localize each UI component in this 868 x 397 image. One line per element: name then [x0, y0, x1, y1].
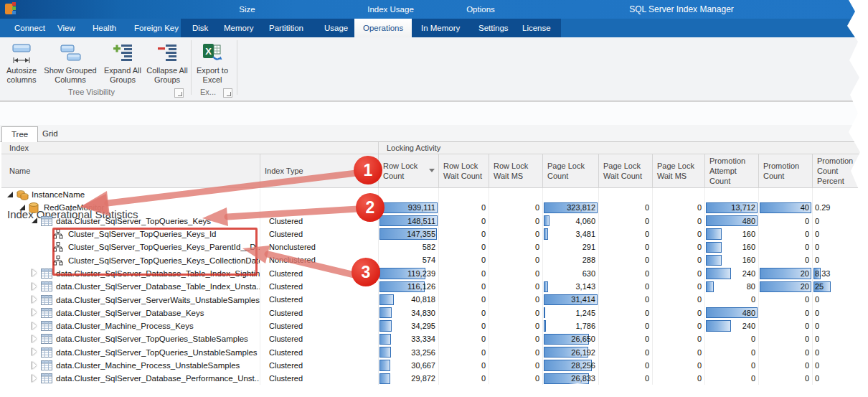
column-header-promotion-count-percent[interactable]: Promotion Count Percent — [813, 154, 868, 188]
caret-spacer — [42, 230, 52, 239]
column-header-page-lock-count[interactable]: Page Lock Count — [543, 154, 599, 188]
value-cell: 0 — [653, 240, 705, 253]
tab-settings[interactable]: Settings — [470, 19, 517, 37]
value-cell: 0 — [653, 372, 705, 385]
export-dialog-launcher-icon[interactable] — [223, 88, 232, 98]
tree-row[interactable]: Cluster_SqlServer_TopQueries_Keys_Parent… — [1, 240, 868, 253]
row-name-cell: data.Cluster_SqlServer_Database_Performa… — [1, 372, 260, 385]
tree-row[interactable]: InstanceName — [1, 188, 868, 201]
node-label: data.Cluster_SqlServer_Database_Performa… — [56, 374, 260, 383]
column-header-row-lock-count[interactable]: Row Lock Count — [379, 154, 439, 188]
tab-operations[interactable]: Operations — [354, 19, 412, 37]
index-statistics-grid: Index Locking Activity NameIndex TypeRow… — [1, 142, 868, 397]
tab-usage[interactable]: Usage — [316, 19, 357, 37]
index-type-cell: Clustered — [260, 319, 379, 332]
value-cell: 8.33 — [813, 267, 868, 280]
page-heading-band: Index Operational Statistics — [0, 101, 868, 126]
collapse-caret-icon[interactable] — [6, 190, 15, 200]
column-header-name[interactable]: Name — [1, 154, 260, 188]
value-cell: 0 — [813, 307, 868, 319]
ribbon-group-caption: Tree Visibility — [14, 86, 169, 98]
row-name-cell: data.Cluster_SqlServer_TopQueries_Unstab… — [1, 346, 260, 359]
tab-in-memory[interactable]: In Memory — [412, 19, 468, 37]
value-cell — [543, 188, 599, 201]
tree-row[interactable]: data.Cluster_SqlServer_Database_Table_In… — [1, 267, 868, 280]
tree-row[interactable]: data.Cluster_SqlServer_Database_Performa… — [1, 372, 868, 385]
column-header-index-type[interactable]: Index Type — [260, 154, 379, 188]
value-cell: 29,872 — [379, 372, 439, 385]
tree-row[interactable]: data.Cluster_SqlServer_TopQueries_Unstab… — [1, 346, 868, 359]
autosize-columns-icon — [1, 40, 42, 66]
app-window: Size Index Usage Options SQL Server Inde… — [0, 0, 868, 397]
tree-visibility-dialog-launcher-icon[interactable] — [174, 88, 184, 98]
tree-row[interactable]: data.Cluster_Machine_Process_UnstableSam… — [1, 359, 868, 372]
tree-row[interactable]: Cluster_SqlServer_TopQueries_Keys_Collec… — [1, 253, 868, 266]
app-logo-icon — [4, 2, 19, 17]
value-cell: 0 — [439, 267, 489, 280]
expand-caret-icon[interactable] — [30, 282, 39, 291]
value-cell: 582 — [379, 240, 439, 253]
tree-row[interactable]: data.Cluster_SqlServer_Database_Table_In… — [1, 280, 868, 293]
ribbon-body: Autosize columns Show Grouped Columns — [0, 37, 868, 101]
column-header-row-lock-wait-count[interactable]: Row Lock Wait Count — [439, 154, 489, 188]
value-cell: 288 — [543, 253, 599, 266]
index-type-cell: Clustered — [260, 215, 379, 228]
value-cell: 34,830 — [379, 307, 439, 319]
node-label: RedGateMonitor — [44, 203, 104, 212]
column-header-promotion-count[interactable]: Promotion Count — [759, 154, 813, 188]
expand-caret-icon[interactable] — [30, 322, 39, 331]
tab-partitition[interactable]: Partitition — [260, 19, 312, 37]
value-cell: 0 — [439, 359, 489, 372]
column-header-page-lock-wait-count[interactable]: Page Lock Wait Count — [599, 154, 653, 188]
value-cell: 0 — [813, 215, 868, 228]
tab-health[interactable]: Health — [84, 19, 125, 37]
expand-caret-icon[interactable] — [30, 335, 39, 344]
value-cell: 0 — [653, 280, 705, 293]
collapse-caret-icon[interactable] — [30, 216, 39, 225]
value-cell: 0 — [439, 319, 489, 332]
value-cell: 31,414 — [543, 293, 599, 306]
column-header-page-lock-wait-ms[interactable]: Page Lock Wait MS — [653, 154, 705, 188]
expand-caret-icon[interactable] — [30, 374, 39, 383]
value-cell: 25 — [813, 280, 868, 293]
tab-memory[interactable]: Memory — [215, 19, 263, 37]
tree-row[interactable]: Cluster_SqlServer_TopQueries_Keys_IdClus… — [1, 228, 868, 240]
row-name-cell: data.Cluster_SqlServer_ServerWaits_Unsta… — [1, 293, 260, 306]
value-cell: 0 — [599, 267, 653, 280]
column-header-row-lock-wait-ms[interactable]: Row Lock Wait MS — [489, 154, 543, 188]
value-cell: 0 — [599, 372, 653, 385]
value-cell: 40 — [759, 201, 813, 214]
tree-row[interactable]: data.Cluster_SqlServer_TopQueries_Stable… — [1, 332, 868, 345]
index-type-cell: Clustered — [260, 267, 379, 280]
tab-disk[interactable]: Disk — [184, 19, 217, 37]
table-icon — [41, 360, 53, 371]
expand-caret-icon[interactable] — [30, 361, 39, 370]
node-label: data.Cluster_Machine_Process_Keys — [56, 322, 194, 330]
column-header-promotion-attempt-count[interactable]: Promotion Attempt Count — [705, 154, 759, 188]
expand-caret-icon[interactable] — [30, 268, 39, 278]
expand-caret-icon[interactable] — [30, 308, 39, 317]
value-cell: 0 — [489, 280, 543, 293]
tab-connect[interactable]: Connect — [6, 19, 54, 37]
value-cell: 0 — [439, 332, 489, 345]
expand-caret-icon[interactable] — [30, 295, 39, 304]
tree-row[interactable]: data.Cluster_SqlServer_TopQueries_KeysCl… — [1, 215, 868, 228]
tree-row[interactable]: data.Cluster_Machine_Process_KeysCluster… — [1, 319, 868, 332]
tab-license[interactable]: License — [514, 19, 560, 37]
collapse-caret-icon[interactable] — [18, 203, 27, 212]
table-icon — [41, 294, 53, 305]
table-icon — [41, 281, 53, 292]
value-cell: 0 — [489, 201, 543, 214]
tree-row[interactable]: data.Cluster_SqlServer_ServerWaits_Unsta… — [1, 293, 868, 306]
tab-grid[interactable]: Grid — [33, 126, 67, 142]
index-type-cell: Clustered — [260, 228, 379, 240]
tab-view[interactable]: View — [49, 19, 84, 37]
expand-caret-icon[interactable] — [30, 347, 39, 357]
tab-foreign-key[interactable]: Foreign Key — [126, 19, 187, 37]
value-cell: 0 — [759, 372, 813, 385]
index-type-cell: Clustered — [260, 293, 379, 306]
tree-row[interactable]: data.Cluster_SqlServer_Database_KeysClus… — [1, 307, 868, 319]
row-name-cell: Cluster_SqlServer_TopQueries_Keys_Parent… — [1, 240, 260, 253]
tree-row[interactable]: RedGateMonitor939,11100323,8120013,71240… — [1, 201, 868, 214]
value-cell — [813, 188, 868, 201]
